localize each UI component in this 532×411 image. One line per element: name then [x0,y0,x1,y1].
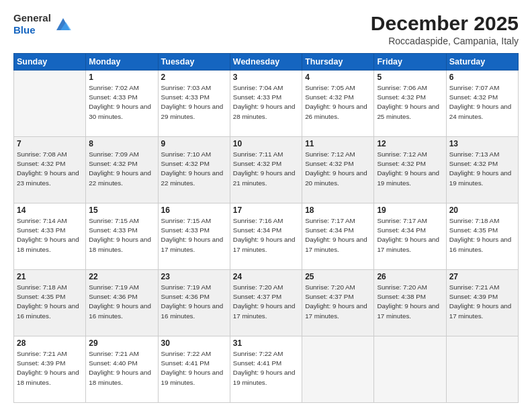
day-info: Sunrise: 7:04 AMSunset: 4:33 PMDaylight:… [233,83,299,122]
day-info: Sunrise: 7:21 AMSunset: 4:39 PMDaylight:… [17,349,83,387]
day-number: 31 [233,338,299,348]
day-number: 12 [377,139,443,148]
day-number: 6 [449,73,515,82]
day-number: 22 [89,272,154,281]
calendar-week-row: 1Sunrise: 7:02 AMSunset: 4:33 PMDaylight… [14,71,519,137]
calendar-cell: 8Sunrise: 7:09 AMSunset: 4:32 PMDaylight… [86,137,158,203]
day-info: Sunrise: 7:16 AMSunset: 4:34 PMDaylight:… [233,216,299,255]
day-number: 7 [17,139,83,148]
day-info: Sunrise: 7:17 AMSunset: 4:34 PMDaylight:… [377,216,443,255]
calendar-cell: 7Sunrise: 7:08 AMSunset: 4:32 PMDaylight… [14,137,86,203]
calendar-cell: 26Sunrise: 7:20 AMSunset: 4:38 PMDayligh… [374,270,446,336]
calendar-cell [374,336,446,403]
header-wednesday: Wednesday [230,54,302,71]
day-info: Sunrise: 7:20 AMSunset: 4:38 PMDaylight:… [377,283,443,321]
day-info: Sunrise: 7:02 AMSunset: 4:33 PMDaylight:… [89,83,154,122]
day-number: 28 [17,338,83,348]
logo: General Blue [13,12,73,36]
day-info: Sunrise: 7:10 AMSunset: 4:32 PMDaylight:… [161,150,227,188]
day-info: Sunrise: 7:22 AMSunset: 4:41 PMDaylight:… [233,349,299,387]
header-sunday: Sunday [14,54,86,71]
day-number: 14 [17,205,83,215]
calendar-cell: 1Sunrise: 7:02 AMSunset: 4:33 PMDaylight… [86,71,158,137]
day-number: 27 [449,272,515,281]
day-number: 17 [233,205,299,215]
day-info: Sunrise: 7:19 AMSunset: 4:36 PMDaylight:… [89,283,154,321]
day-number: 29 [89,338,154,348]
day-info: Sunrise: 7:15 AMSunset: 4:33 PMDaylight:… [161,216,227,255]
calendar-cell: 9Sunrise: 7:10 AMSunset: 4:32 PMDaylight… [158,137,230,203]
day-number: 25 [305,272,371,281]
day-number: 30 [161,338,227,348]
day-number: 21 [17,272,83,281]
calendar-cell: 6Sunrise: 7:07 AMSunset: 4:32 PMDaylight… [446,71,518,137]
calendar-cell: 17Sunrise: 7:16 AMSunset: 4:34 PMDayligh… [230,203,302,270]
day-info: Sunrise: 7:19 AMSunset: 4:36 PMDaylight:… [161,283,227,321]
header-tuesday: Tuesday [158,54,230,71]
calendar-cell: 19Sunrise: 7:17 AMSunset: 4:34 PMDayligh… [374,203,446,270]
day-number: 20 [449,205,515,215]
day-number: 11 [305,139,371,148]
day-info: Sunrise: 7:20 AMSunset: 4:37 PMDaylight:… [233,283,299,321]
day-info: Sunrise: 7:12 AMSunset: 4:32 PMDaylight:… [377,150,443,188]
calendar-cell: 2Sunrise: 7:03 AMSunset: 4:33 PMDaylight… [158,71,230,137]
logo-blue: Blue [13,24,51,36]
day-info: Sunrise: 7:14 AMSunset: 4:33 PMDaylight:… [17,216,83,255]
title-block: December 2025 Roccadaspide, Campania, It… [371,12,519,46]
day-info: Sunrise: 7:18 AMSunset: 4:35 PMDaylight:… [17,283,83,321]
calendar-week-row: 28Sunrise: 7:21 AMSunset: 4:39 PMDayligh… [14,336,519,403]
calendar-cell: 22Sunrise: 7:19 AMSunset: 4:36 PMDayligh… [86,270,158,336]
calendar-cell [302,336,374,403]
calendar-cell: 10Sunrise: 7:11 AMSunset: 4:32 PMDayligh… [230,137,302,203]
month-title: December 2025 [371,12,519,34]
day-number: 8 [89,139,154,148]
calendar-cell: 18Sunrise: 7:17 AMSunset: 4:34 PMDayligh… [302,203,374,270]
calendar-cell: 3Sunrise: 7:04 AMSunset: 4:33 PMDaylight… [230,71,302,137]
day-info: Sunrise: 7:09 AMSunset: 4:32 PMDaylight:… [89,150,154,188]
day-number: 24 [233,272,299,281]
day-number: 26 [377,272,443,281]
calendar-cell: 14Sunrise: 7:14 AMSunset: 4:33 PMDayligh… [14,203,86,270]
calendar-week-row: 14Sunrise: 7:14 AMSunset: 4:33 PMDayligh… [14,203,519,270]
day-info: Sunrise: 7:07 AMSunset: 4:32 PMDaylight:… [449,83,515,122]
calendar-cell: 12Sunrise: 7:12 AMSunset: 4:32 PMDayligh… [374,137,446,203]
day-number: 9 [161,139,227,148]
calendar-cell: 30Sunrise: 7:22 AMSunset: 4:41 PMDayligh… [158,336,230,403]
day-info: Sunrise: 7:05 AMSunset: 4:32 PMDaylight:… [305,83,371,122]
calendar-cell: 23Sunrise: 7:19 AMSunset: 4:36 PMDayligh… [158,270,230,336]
calendar-cell: 15Sunrise: 7:15 AMSunset: 4:33 PMDayligh… [86,203,158,270]
calendar-cell: 16Sunrise: 7:15 AMSunset: 4:33 PMDayligh… [158,203,230,270]
day-info: Sunrise: 7:22 AMSunset: 4:41 PMDaylight:… [161,349,227,387]
day-info: Sunrise: 7:12 AMSunset: 4:32 PMDaylight:… [305,150,371,188]
calendar-cell: 24Sunrise: 7:20 AMSunset: 4:37 PMDayligh… [230,270,302,336]
calendar-table: Sunday Monday Tuesday Wednesday Thursday… [13,53,519,403]
location: Roccadaspide, Campania, Italy [371,36,519,46]
day-info: Sunrise: 7:21 AMSunset: 4:39 PMDaylight:… [449,283,515,321]
calendar-cell: 4Sunrise: 7:05 AMSunset: 4:32 PMDaylight… [302,71,374,137]
header-thursday: Thursday [302,54,374,71]
day-number: 4 [305,73,371,82]
header-saturday: Saturday [446,54,518,71]
day-number: 10 [233,139,299,148]
day-number: 23 [161,272,227,281]
weekday-header-row: Sunday Monday Tuesday Wednesday Thursday… [14,54,519,71]
calendar-cell: 28Sunrise: 7:21 AMSunset: 4:39 PMDayligh… [14,336,86,403]
header-monday: Monday [86,54,158,71]
day-info: Sunrise: 7:18 AMSunset: 4:35 PMDaylight:… [449,216,515,255]
calendar-cell: 29Sunrise: 7:21 AMSunset: 4:40 PMDayligh… [86,336,158,403]
logo-general: General [13,12,51,24]
day-number: 15 [89,205,154,215]
calendar-week-row: 21Sunrise: 7:18 AMSunset: 4:35 PMDayligh… [14,270,519,336]
day-info: Sunrise: 7:08 AMSunset: 4:32 PMDaylight:… [17,150,83,188]
calendar-cell: 21Sunrise: 7:18 AMSunset: 4:35 PMDayligh… [14,270,86,336]
header-friday: Friday [374,54,446,71]
calendar-cell: 20Sunrise: 7:18 AMSunset: 4:35 PMDayligh… [446,203,518,270]
day-number: 18 [305,205,371,215]
day-number: 3 [233,73,299,82]
logo-icon [54,14,73,33]
day-info: Sunrise: 7:13 AMSunset: 4:32 PMDaylight:… [449,150,515,188]
calendar-cell [14,71,86,137]
day-number: 13 [449,139,515,148]
day-info: Sunrise: 7:11 AMSunset: 4:32 PMDaylight:… [233,150,299,188]
day-info: Sunrise: 7:21 AMSunset: 4:40 PMDaylight:… [89,349,154,387]
